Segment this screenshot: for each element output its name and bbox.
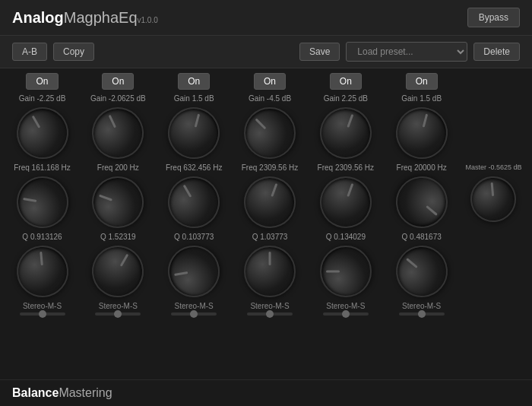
master-knob-cell [461, 176, 526, 231]
band-2-stereo-cell: Stereo-M-S [82, 302, 154, 316]
band-1-freq-label: Freq 161.168 Hz [14, 163, 71, 172]
band-2-gain-label-cell: Gain -2.0625 dB [82, 94, 154, 106]
master-stereo-cell [461, 302, 526, 316]
band-2-stereo-slider[interactable] [95, 312, 141, 316]
header: AnalogMagphaEqv1.0.0 Bypass [0, 0, 532, 36]
band-3-stereo-label: Stereo-M-S [175, 302, 214, 310]
band-5-gain-knob-cell [309, 107, 382, 162]
band-6-on-button[interactable]: On [406, 73, 438, 90]
band-1-on-button[interactable]: On [26, 73, 58, 90]
band-5-on-cell: On [309, 73, 382, 93]
band-6-freq-label-cell: Freq 20000 Hz [385, 163, 458, 175]
band-3-stereo-thumb [190, 310, 198, 318]
band-5-freq-label-cell: Freq 2309.56 Hz [309, 163, 382, 175]
band-3-q-knob[interactable] [164, 242, 224, 302]
band-1-freq-knob[interactable] [12, 173, 72, 233]
band-2-q-knob[interactable] [83, 236, 154, 307]
band-4-q-label-cell: Q 1.03773 [233, 233, 306, 244]
delete-button[interactable]: Delete [473, 43, 520, 61]
copy-button[interactable]: Copy [53, 43, 94, 61]
band-5-q-knob-cell [309, 246, 382, 300]
band-5-freq-label: Freq 2309.56 Hz [318, 163, 375, 172]
master-knob[interactable] [469, 174, 518, 224]
band-3-gain-label: Gain 1.5 dB [174, 94, 214, 103]
band-1-stereo-label: Stereo-M-S [23, 302, 62, 310]
band-3-gain-knob-cell [158, 107, 230, 162]
eq-panel: On On On On On On Gain -2.25 dB Gain -2.… [0, 68, 532, 323]
band-4-stereo-slider[interactable] [247, 312, 293, 316]
band-6-stereo-slider[interactable] [399, 312, 445, 316]
bypass-button[interactable]: Bypass [467, 8, 520, 27]
band-2-gain-knob[interactable] [84, 99, 152, 167]
band-2-freq-knob-cell [82, 176, 154, 231]
footer-logo: BalanceMastering [12, 386, 520, 400]
band-3-q-knob-cell [158, 246, 230, 300]
band-2-stereo-thumb [114, 310, 122, 318]
band-2-gain-label: Gain -2.0625 dB [90, 94, 146, 103]
preset-select[interactable]: Load preset... [346, 42, 467, 62]
band-3-q-label: Q 0.103773 [174, 233, 214, 241]
band-1-stereo-cell: Stereo-M-S [6, 302, 78, 316]
band-4-gain-knob[interactable] [233, 97, 306, 170]
band-5-freq-knob-cell [309, 176, 382, 231]
band-2-gain-knob-cell [82, 107, 154, 162]
band-5-gain-knob[interactable] [312, 100, 378, 166]
band-1-freq-label-cell: Freq 161.168 Hz [6, 163, 78, 175]
logo-light: MagphaEq [64, 9, 138, 26]
band-6-gain-knob[interactable] [390, 101, 453, 164]
band-6-on-cell: On [385, 73, 458, 93]
band-1-q-label-cell: Q 0.913126 [6, 233, 78, 244]
band-5-q-label: Q 0.134029 [326, 233, 366, 241]
band-4-freq-knob[interactable] [236, 169, 302, 235]
band-5-stereo-cell: Stereo-M-S [309, 302, 382, 316]
band-1-q-label: Q 0.913126 [22, 233, 62, 241]
band-6-gain-label-cell: Gain 1.5 dB [385, 94, 458, 106]
freq-knobs-row [6, 176, 526, 231]
band-3-freq-knob[interactable] [159, 167, 230, 238]
band-3-gain-label-cell: Gain 1.5 dB [158, 94, 230, 106]
master-q-label-cell [461, 233, 526, 244]
ab-button[interactable]: A-B [12, 43, 47, 61]
band-5-gain-label: Gain 2.25 dB [324, 94, 368, 103]
freq-labels-row: Freq 161.168 Hz Freq 200 Hz Freq 632.456… [6, 163, 526, 175]
band-5-freq-knob[interactable] [312, 169, 378, 235]
band-2-on-cell: On [82, 73, 154, 93]
band-5-q-knob[interactable] [320, 246, 372, 297]
band-1-gain-knob-cell [6, 107, 78, 162]
stereo-row: Stereo-M-S Stereo-M-S Stereo-M-S Stereo-… [6, 302, 526, 316]
band-3-on-button[interactable]: On [178, 73, 210, 90]
band-5-stereo-thumb [342, 310, 350, 318]
band-3-on-cell: On [158, 73, 230, 93]
band-2-on-button[interactable]: On [102, 73, 134, 90]
band-4-freq-knob-cell [233, 176, 306, 231]
band-2-freq-label-cell: Freq 200 Hz [82, 163, 154, 175]
band-3-gain-knob[interactable] [163, 101, 226, 164]
band-6-q-knob[interactable] [385, 235, 458, 308]
band-2-freq-label: Freq 200 Hz [97, 163, 139, 172]
gain-labels-row: Gain -2.25 dB Gain -2.0625 dB Gain 1.5 d… [6, 94, 526, 106]
band-5-on-button[interactable]: On [330, 73, 362, 90]
band-1-stereo-slider[interactable] [20, 312, 65, 316]
band-4-on-button[interactable]: On [254, 73, 286, 90]
band-6-freq-knob[interactable] [385, 166, 458, 239]
band-1-q-knob[interactable] [14, 243, 71, 300]
band-1-on-cell: On [6, 73, 78, 93]
band-5-stereo-slider[interactable] [323, 312, 369, 316]
band-2-q-label: Q 1.52319 [100, 233, 136, 241]
q-knobs-row [6, 246, 526, 300]
band-3-freq-label-cell: Freq 632.456 Hz [158, 163, 230, 175]
band-5-q-label-cell: Q 0.134029 [309, 233, 382, 244]
save-button[interactable]: Save [299, 43, 340, 61]
version-label: v1.0.0 [138, 16, 158, 24]
band-5-gain-label-cell: Gain 2.25 dB [309, 94, 382, 106]
band-2-stereo-label: Stereo-M-S [99, 302, 138, 310]
master-gain-knob-cell [461, 107, 526, 162]
master-label: Master -0.5625 dB [465, 163, 521, 171]
band-1-gain-knob[interactable] [7, 98, 78, 169]
master-gain-label-cell [461, 94, 526, 106]
band-1-gain-label: Gain -2.25 dB [19, 94, 66, 103]
footer: BalanceMastering [0, 379, 532, 406]
band-3-stereo-slider[interactable] [171, 312, 217, 316]
band-2-freq-knob[interactable] [85, 169, 151, 235]
band-4-q-knob[interactable] [244, 246, 296, 297]
